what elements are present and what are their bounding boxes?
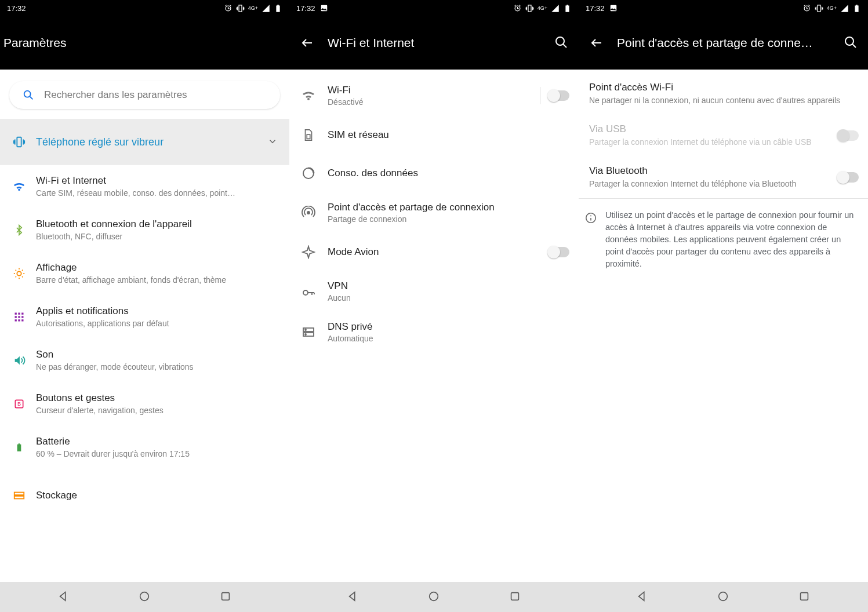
item-label: Via USB: [589, 123, 830, 135]
item-label: Via Bluetooth: [589, 165, 830, 177]
airplane-toggle[interactable]: [549, 247, 569, 257]
svg-rect-33: [222, 592, 230, 600]
vpn-item[interactable]: VPNAucun: [289, 271, 579, 312]
chevron-down-icon: [267, 136, 278, 148]
info-text: Utilisez un point d'accès et le partage …: [605, 209, 856, 270]
settings-item-battery[interactable]: Batterie60 % – Devrait durer jusqu'à env…: [0, 425, 289, 469]
settings-item-bluetooth[interactable]: Bluetooth et connexion de l'appareilBlue…: [0, 208, 289, 252]
usb-tether-toggle: [838, 130, 859, 141]
item-sub: Curseur d'alerte, navigation, gestes: [36, 406, 278, 415]
item-sub: Automatique: [328, 334, 569, 343]
back-button[interactable]: [300, 35, 315, 50]
svg-rect-6: [21, 312, 23, 314]
bt-tether-item[interactable]: Via BluetoothPartager la connexion Inter…: [579, 156, 868, 198]
search-placeholder: Rechercher dans les paramètres: [44, 89, 187, 101]
settings-item-buttons[interactable]: B Boutons et gestesCurseur d'alerte, nav…: [0, 382, 289, 425]
svg-rect-9: [21, 316, 23, 318]
item-label: DNS privé: [328, 321, 569, 333]
nav-back-button[interactable]: [57, 590, 70, 604]
bt-tether-toggle[interactable]: [838, 172, 859, 183]
settings-item-storage[interactable]: Stockage: [0, 469, 289, 512]
svg-rect-12: [21, 319, 23, 321]
data-usage-item[interactable]: Conso. des données: [289, 154, 579, 192]
status-bar: 17:32 4G+: [579, 0, 868, 16]
item-sub: Désactivé: [328, 97, 537, 107]
ringer-mode-row[interactable]: Téléphone réglé sur vibreur: [0, 119, 289, 165]
picture-icon: [609, 4, 618, 12]
item-sub: Ne pas déranger, mode écouteur, vibratio…: [36, 362, 278, 371]
item-label: Stockage: [36, 490, 278, 501]
svg-rect-20: [307, 134, 310, 139]
nav-home-button[interactable]: [138, 590, 151, 604]
network-type-icon: 4G+: [248, 5, 258, 11]
nav-recents-button[interactable]: [509, 590, 521, 604]
apps-icon: [13, 311, 25, 323]
nav-back-button[interactable]: [347, 590, 359, 604]
vpn-key-icon: [302, 285, 315, 298]
svg-point-19: [556, 37, 564, 45]
nav-recents-button[interactable]: [219, 590, 232, 604]
svg-rect-29: [856, 8, 858, 11]
nav-back-button[interactable]: [636, 590, 649, 604]
nav-home-button[interactable]: [427, 590, 440, 604]
signal-icon: [840, 4, 849, 13]
item-label: Conso. des données: [328, 167, 569, 179]
dns-item[interactable]: DNS privéAutomatique: [289, 312, 579, 352]
svg-rect-8: [18, 316, 20, 318]
settings-item-apps[interactable]: Applis et notificationsAutorisations, ap…: [0, 295, 289, 338]
item-sub: Partage de connexion: [328, 214, 569, 224]
dns-icon: [302, 325, 315, 339]
svg-text:B: B: [17, 401, 21, 407]
volume-icon: [13, 354, 26, 367]
search-icon: [22, 89, 35, 101]
item-sub: Carte SIM, réseau mobile, conso. des don…: [36, 188, 278, 198]
settings-item-sound[interactable]: SonNe pas déranger, mode écouteur, vibra…: [0, 338, 289, 382]
item-sub: Bluetooth, NFC, diffuser: [36, 232, 278, 241]
item-label: Point d'accès et partage de connexion: [328, 202, 569, 213]
svg-point-1: [24, 91, 31, 97]
item-sub: Autorisations, applications par défaut: [36, 319, 278, 328]
svg-rect-18: [566, 8, 569, 11]
search-button[interactable]: [554, 35, 568, 51]
wifi-icon: [13, 180, 26, 193]
status-icons: 4G+: [802, 4, 861, 13]
item-label: Applis et notifications: [36, 305, 278, 317]
bluetooth-icon: [13, 224, 25, 236]
network-type-icon: 4G+: [537, 5, 547, 11]
status-time: 17:32: [586, 4, 605, 13]
screen-wifi-internet: 17:32 4G+ Wi-Fi et Internet Wi-FiDésacti…: [289, 0, 579, 582]
battery-icon: [563, 4, 572, 13]
battery-icon: [274, 4, 282, 13]
settings-item-wifi-internet[interactable]: Wi-Fi et InternetCarte SIM, réseau mobil…: [0, 165, 289, 208]
header: Point d'accès et partage de conne…: [579, 16, 868, 70]
page-title: Paramètres: [3, 36, 67, 50]
item-label: Son: [36, 349, 278, 360]
nav-recents-button[interactable]: [798, 590, 811, 604]
search-button[interactable]: [844, 35, 858, 51]
status-time: 17:32: [7, 4, 26, 13]
svg-point-27: [305, 334, 306, 335]
svg-point-26: [305, 329, 306, 330]
back-button[interactable]: [589, 35, 604, 50]
item-label: Mode Avion: [328, 246, 549, 258]
item-sub: Aucun: [328, 293, 569, 303]
item-sub: Barre d'état, affichage ambiant, fonds d…: [36, 275, 278, 285]
storage-icon: [13, 489, 26, 502]
hotspot-wifi-item[interactable]: Point d'accès Wi-FiNe partager ni la con…: [579, 73, 868, 115]
wifi-toggle[interactable]: [549, 90, 569, 101]
alarm-icon: [802, 4, 811, 13]
wifi-item[interactable]: Wi-FiDésactivé: [289, 75, 579, 116]
page-title: Wi-Fi et Internet: [328, 36, 414, 50]
nav-home-button[interactable]: [717, 590, 729, 604]
item-label: Batterie: [36, 436, 278, 447]
airplane-item[interactable]: Mode Avion: [289, 233, 579, 271]
status-icons: 4G+: [513, 4, 572, 13]
item-label: Wi-Fi: [328, 85, 537, 96]
item-label: Affichage: [36, 262, 278, 274]
svg-rect-15: [14, 492, 24, 495]
settings-item-display[interactable]: AffichageBarre d'état, affichage ambiant…: [0, 252, 289, 295]
search-settings[interactable]: Rechercher dans les paramètres: [9, 81, 280, 109]
sim-item[interactable]: SIM et réseau: [289, 116, 579, 154]
hotspot-item[interactable]: Point d'accès et partage de connexionPar…: [289, 192, 579, 233]
vibrate-icon: [525, 4, 534, 13]
